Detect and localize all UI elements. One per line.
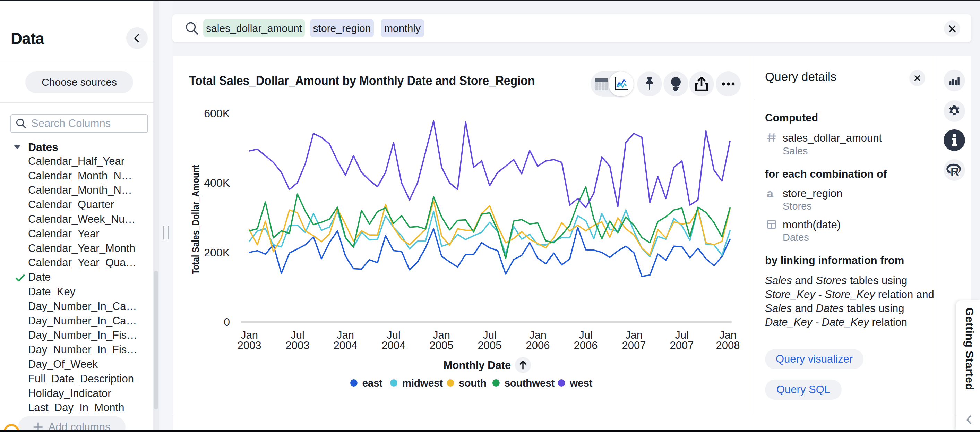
svg-text:Monthly Date: Monthly Date <box>444 359 511 371</box>
svg-text:2008: 2008 <box>716 340 740 351</box>
svg-text:2007: 2007 <box>670 340 694 351</box>
svg-text:2004: 2004 <box>334 340 358 351</box>
svg-text:south: south <box>459 377 487 389</box>
svg-text:southwest: southwest <box>504 377 555 389</box>
svg-text:200K: 200K <box>204 246 230 259</box>
svg-text:east: east <box>362 377 382 389</box>
svg-text:400K: 400K <box>204 177 230 189</box>
svg-text:2006: 2006 <box>574 340 598 351</box>
svg-text:0: 0 <box>224 316 230 328</box>
svg-text:Total Sales_Dollar_Amount: Total Sales_Dollar_Amount <box>190 165 201 274</box>
svg-text:midwest: midwest <box>402 377 443 389</box>
svg-text:2005: 2005 <box>430 340 453 351</box>
svg-text:2006: 2006 <box>526 340 550 351</box>
svg-text:600K: 600K <box>204 107 230 120</box>
svg-text:2003: 2003 <box>286 340 310 351</box>
svg-text:2005: 2005 <box>478 340 502 351</box>
svg-text:2007: 2007 <box>622 340 646 351</box>
svg-text:2003: 2003 <box>237 340 261 351</box>
svg-text:R: R <box>951 165 959 177</box>
svg-text:2004: 2004 <box>382 340 406 351</box>
svg-text:west: west <box>570 377 593 389</box>
